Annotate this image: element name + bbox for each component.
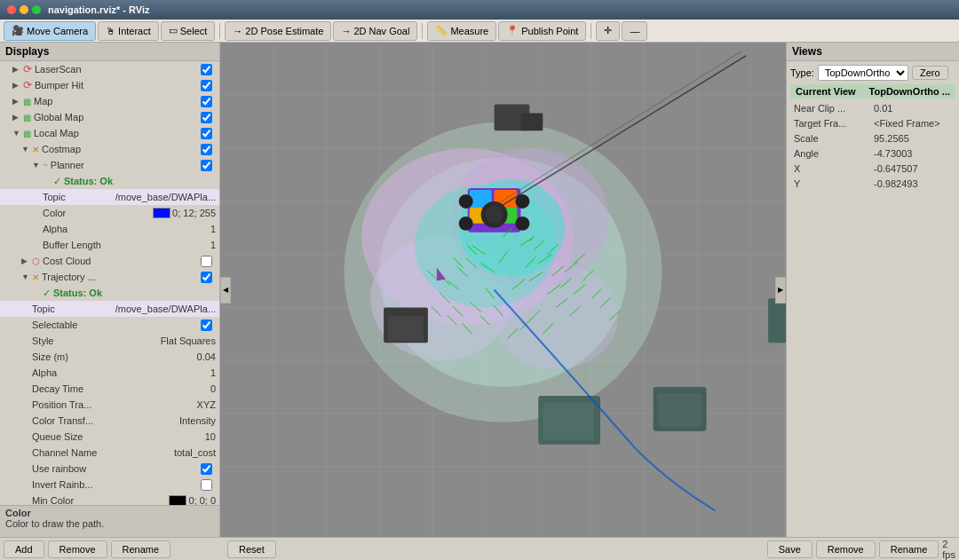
minimize-button[interactable] [20, 5, 28, 14]
localmap-item[interactable]: ▼ ▦ Local Map [0, 125, 219, 141]
nav-goal-button[interactable]: → 2D Nav Goal [333, 21, 417, 41]
current-view-header: Current View TopDownOrtho ... [790, 84, 955, 99]
close-button[interactable] [7, 5, 16, 14]
laser-icon: ⟳ [23, 63, 32, 75]
style-row[interactable]: Style Flat Squares [0, 333, 219, 349]
invert-rainbow-checkbox[interactable] [201, 479, 212, 491]
views-type-select[interactable]: TopDownOrtho Orbit FPS [818, 65, 908, 81]
bottom-center: Reset [220, 540, 786, 558]
svg-point-44 [459, 217, 473, 231]
remove2-button[interactable]: Remove [816, 540, 876, 558]
alpha-row[interactable]: Alpha 1 [0, 365, 219, 381]
displays-content[interactable]: ▶ ⟳ LaserScan ▶ ⟳ Bumper Hit ▶ ▦ Map [0, 61, 219, 505]
remove-button[interactable]: Remove [48, 540, 107, 558]
maximize-button[interactable] [32, 5, 41, 14]
planner-item[interactable]: ▼ ~ Planner [0, 157, 219, 173]
interact-icon: 🖱 [106, 26, 115, 36]
planner-color-row[interactable]: Color 0; 12; 255 [0, 205, 219, 221]
x-row[interactable]: X -0.647507 [790, 161, 955, 176]
separator-1 [219, 23, 220, 39]
robot-visualization: Robot404 [220, 43, 786, 537]
decay-time-row[interactable]: Decay Time 0 [0, 381, 219, 397]
color-transform-row[interactable]: Color Transf... Intensity [0, 413, 219, 429]
costmap-checkbox[interactable] [201, 144, 212, 155]
near-clip-row[interactable]: Near Clip ... 0.01 [790, 100, 955, 115]
planner-status-row: ✓ Status: Ok [0, 173, 219, 189]
add-button[interactable]: Add [4, 540, 44, 558]
selectable-checkbox[interactable] [201, 319, 212, 331]
toolbar: 🎥 Move Camera 🖱 Interact ▭ Select → 2D P… [0, 20, 959, 43]
target-frame-row[interactable]: Target Fra... <Fixed Frame> [790, 115, 955, 130]
laserscan-item[interactable]: ▶ ⟳ LaserScan [0, 61, 219, 77]
views-header: Views [787, 43, 959, 61]
y-row[interactable]: Y -0.982493 [790, 176, 955, 191]
costcloud-item[interactable]: ▶ ⬡ Cost Cloud [0, 253, 219, 269]
planner-alpha-row[interactable]: Alpha 1 [0, 221, 219, 237]
zero-button[interactable]: Zero [912, 66, 948, 80]
trajectory-checkbox[interactable] [201, 272, 212, 283]
save-button[interactable]: Save [767, 540, 812, 558]
settings-button[interactable]: — [622, 21, 647, 41]
expand-icon: ▶ [12, 81, 21, 90]
laserscan-checkbox[interactable] [201, 64, 212, 75]
costcloud-checkbox[interactable] [201, 256, 212, 267]
channel-name-row[interactable]: Channel Name total_cost [0, 445, 219, 461]
scale-row[interactable]: Scale 95.2565 [790, 130, 955, 146]
type-label: Type: [790, 67, 814, 78]
map-item[interactable]: ▶ ▦ Map [0, 93, 219, 109]
bumperhit-item[interactable]: ▶ ⟳ Bumper Hit [0, 77, 219, 93]
selectable-row[interactable]: Selectable [0, 317, 219, 333]
publish-point-button[interactable]: 📍 Publish Point [498, 21, 586, 41]
costmap-icon: ✕ [32, 145, 39, 154]
extra-button[interactable]: ✛ [596, 21, 620, 41]
expand-icon: ▼ [21, 145, 30, 154]
expand-icon: ▼ [12, 129, 21, 138]
color-swatch[interactable] [153, 208, 170, 218]
fps-label: 2 fps [942, 539, 955, 560]
canvas-area[interactable]: Robot404 ◀ ▶ [220, 43, 786, 537]
separator-2 [422, 23, 423, 39]
invert-rainbow-row[interactable]: Invert Rainb... [0, 477, 219, 493]
min-color-row[interactable]: Min Color 0; 0; 0 [0, 493, 219, 505]
use-rainbow-checkbox[interactable] [201, 463, 212, 475]
position-transform-row[interactable]: Position Tra... XYZ [0, 397, 219, 413]
queue-size-row[interactable]: Queue Size 10 [0, 429, 219, 445]
window-controls[interactable] [7, 5, 41, 14]
use-rainbow-row[interactable]: Use rainbow [0, 461, 219, 477]
buffer-length-row[interactable]: Buffer Length 1 [0, 237, 219, 253]
globalmap-item[interactable]: ▶ ▦ Global Map [0, 109, 219, 125]
globalmap-checkbox[interactable] [201, 112, 212, 123]
localmap-icon: ▦ [23, 129, 31, 138]
map-checkbox[interactable] [201, 96, 212, 107]
min-color-swatch[interactable] [169, 495, 186, 505]
move-camera-icon: 🎥 [12, 25, 24, 36]
bottom-right-buttons: Save Remove Rename 2 fps [786, 539, 959, 560]
collapse-left-button[interactable]: ◀ [220, 277, 231, 304]
measure-button[interactable]: 📏 Measure [427, 21, 496, 41]
expand-icon: ▼ [21, 272, 30, 281]
expand-icon: ▶ [12, 97, 21, 106]
trajectory-status-row: ✓ Status: Ok [0, 285, 219, 301]
expand-icon: ▶ [21, 256, 30, 265]
planner-topic-row[interactable]: Topic /move_base/DWAPla... [0, 189, 219, 205]
localmap-checkbox[interactable] [201, 128, 212, 139]
rename2-button[interactable]: Rename [879, 540, 939, 558]
rename-button[interactable]: Rename [111, 540, 171, 558]
views-content: Type: TopDownOrtho Orbit FPS Zero Curren… [787, 61, 959, 194]
interact-button[interactable]: 🖱 Interact [98, 21, 159, 41]
bumperhit-checkbox[interactable] [201, 80, 212, 91]
settings-icon: — [630, 26, 639, 36]
size-row[interactable]: Size (m) 0.04 [0, 349, 219, 365]
planner-checkbox[interactable] [201, 160, 212, 171]
svg-rect-36 [654, 387, 707, 431]
costmap-item[interactable]: ▼ ✕ Costmap [0, 141, 219, 157]
select-icon: ▭ [169, 25, 178, 36]
collapse-right-button[interactable]: ▶ [775, 277, 786, 304]
select-button[interactable]: ▭ Select [161, 21, 216, 41]
reset-button[interactable]: Reset [227, 540, 276, 558]
trajectory-topic-row[interactable]: Topic /move_base/DWAPla... [0, 301, 219, 317]
trajectory-item[interactable]: ▼ ✕ Trajectory ... [0, 269, 219, 285]
move-camera-button[interactable]: 🎥 Move Camera [4, 21, 96, 41]
pose-estimate-button[interactable]: → 2D Pose Estimate [225, 21, 331, 41]
angle-row[interactable]: Angle -4.73003 [790, 146, 955, 161]
